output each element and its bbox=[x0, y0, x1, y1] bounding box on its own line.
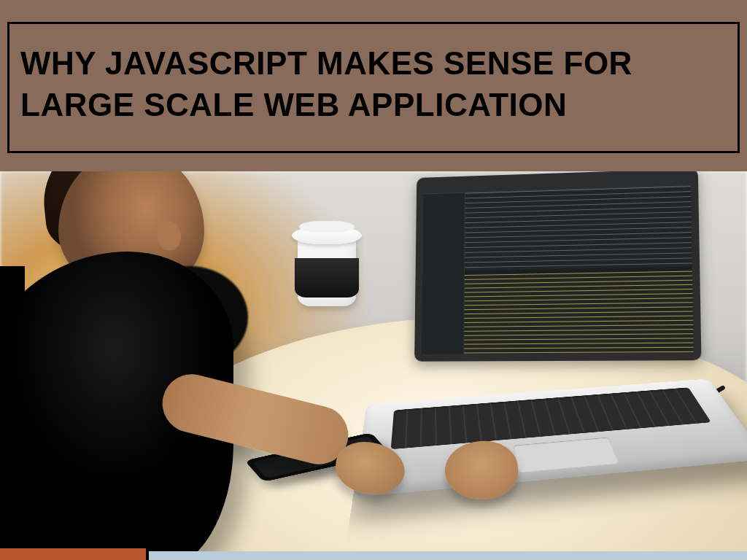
screen-code-pane bbox=[465, 186, 692, 271]
screen-terminal-pane bbox=[464, 271, 694, 354]
laptop-keyboard bbox=[391, 387, 711, 449]
page-title: WHY JAVASCRIPT MAKES SENSE FOR LARGE SCA… bbox=[20, 42, 727, 125]
title-box: WHY JAVASCRIPT MAKES SENSE FOR LARGE SCA… bbox=[7, 22, 740, 153]
laptop-base bbox=[353, 378, 747, 497]
accent-bar-blue bbox=[149, 551, 747, 560]
laptop-trackpad bbox=[513, 438, 619, 473]
accent-bar-orange bbox=[0, 548, 146, 560]
hero-photo bbox=[0, 171, 747, 560]
laptop-lid bbox=[414, 171, 701, 362]
person-ear bbox=[158, 221, 181, 250]
screen-sidebar bbox=[422, 193, 465, 354]
header-band: WHY JAVASCRIPT MAKES SENSE FOR LARGE SCA… bbox=[0, 0, 747, 171]
person bbox=[0, 171, 292, 560]
laptop-screen bbox=[422, 176, 694, 354]
